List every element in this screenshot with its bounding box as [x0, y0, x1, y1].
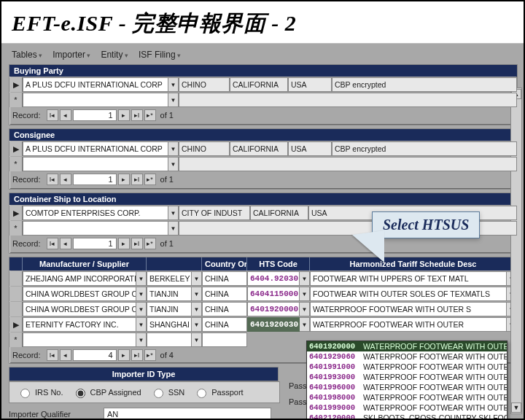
new-row-icon[interactable]: * [9, 332, 23, 347]
dropdown-icon[interactable]: ▼ [168, 157, 179, 171]
hts-code[interactable]: 6401920030 [247, 317, 300, 332]
nav-new-icon[interactable]: ▸* [144, 174, 156, 185]
menu-importer[interactable]: Importer [52, 50, 90, 60]
hts-desc[interactable]: WATERPROOF FOOTWEAR WITH OUTER S [310, 302, 507, 316]
dropdown-icon[interactable]: ▼ [168, 206, 179, 220]
new-row-icon[interactable]: * [9, 221, 23, 236]
country-origin[interactable]: CHINA [202, 302, 247, 316]
dropdown-icon[interactable]: ▼ [300, 302, 310, 316]
dropdown-icon[interactable]: ▼ [300, 271, 310, 286]
hts-option[interactable]: 6402120000SKI-BOOTS, CROSS-COUNTRY SKI F… [307, 413, 507, 419]
hts-row: ZHEJIANG AMP INCORPORATI▼BERKELEY▼CHINA6… [9, 271, 517, 286]
nav-new-icon[interactable]: ▸* [144, 349, 156, 361]
nav-new-icon[interactable]: ▸* [144, 109, 156, 121]
scroll-down-icon[interactable]: ▼ [511, 402, 521, 413]
consignee-name[interactable]: A PLUS DCFU INTERNATIONAL CORP [23, 141, 168, 156]
nav-last-icon[interactable]: ▸I [131, 109, 143, 121]
city[interactable]: SHANGHAI [147, 317, 192, 332]
manufacturer[interactable]: CHINA WORLDBEST GROUP C [23, 287, 136, 301]
hts-option[interactable]: 6401999000WATERPROOF FOOTWEAR WITH OUTER… [307, 402, 507, 413]
hts-code[interactable]: 6404.92030 [247, 271, 300, 286]
radio-passport[interactable]: Passport [193, 386, 243, 398]
buying-name[interactable]: A PLUS DCFU INTERNATIONAL CORP [23, 77, 168, 92]
new-row-icon[interactable]: * [9, 93, 23, 107]
nav-prev-icon[interactable]: ◂ [60, 174, 71, 185]
nav-prev-icon[interactable]: ◂ [60, 349, 71, 361]
country-origin[interactable]: CHINA [202, 271, 247, 286]
nav-last-icon[interactable]: ▸I [131, 174, 143, 185]
record-current[interactable]: 1 [73, 174, 117, 185]
hts-option[interactable]: 6401991000WATERPROOF FOOTWEAR WITH OUTER… [307, 362, 507, 372]
manufacturer[interactable]: ETERNITY FACTORY INC. [23, 317, 136, 332]
hts-option[interactable]: 6401998000WATERPROOF FOOTWEAR WITH OUTER… [307, 392, 507, 402]
dropdown-icon[interactable]: ▼ [136, 317, 147, 332]
new-row-icon[interactable]: * [9, 157, 23, 171]
record-current[interactable]: 1 [73, 238, 117, 249]
nav-next-icon[interactable]: ▸ [118, 238, 130, 249]
dropdown-icon[interactable]: ▼ [192, 271, 202, 286]
hts-option[interactable]: 6401929060WATERPROOF FOOTWEAR WITH OUTER… [307, 351, 507, 362]
city[interactable]: TIANJIN [147, 287, 192, 301]
country-origin[interactable]: CHINA [202, 317, 247, 332]
record-current[interactable]: 4 [73, 349, 117, 361]
nav-first-icon[interactable]: I◂ [47, 109, 58, 121]
nav-first-icon[interactable]: I◂ [47, 349, 58, 361]
menu-isf[interactable]: ISF Filing [139, 50, 181, 60]
menu-tables[interactable]: Tables [12, 50, 42, 60]
buying-city: CHINO [179, 77, 230, 92]
manufacturer[interactable]: CHINA WORLDBEST GROUP C [23, 302, 136, 316]
hts-option-code: 6401929060 [309, 352, 363, 361]
dropdown-icon[interactable]: ▼ [168, 77, 179, 92]
hts-code[interactable]: 6404115000 [247, 287, 300, 301]
hts-option[interactable]: 6401920000WATERPROOF FOOTWEAR WITH OUTER… [307, 341, 507, 351]
vertical-scrollbar[interactable]: ▲ ▼ [510, 88, 522, 414]
menu-entity[interactable]: Entity [101, 50, 128, 60]
nav-first-icon[interactable]: I◂ [47, 174, 58, 185]
hts-option-code: 6401993000 [309, 373, 363, 381]
hts-code[interactable]: 6401920000 [247, 302, 300, 316]
dropdown-icon[interactable]: ▼ [136, 271, 147, 286]
record-current[interactable]: 1 [73, 109, 117, 121]
hts-dropdown-list[interactable]: 6401920000WATERPROOF FOOTWEAR WITH OUTER… [306, 341, 508, 419]
hts-desc[interactable]: WATERPROOF FOOTWEAR WITH OUTER [310, 317, 507, 332]
manufacturer[interactable]: ZHEJIANG AMP INCORPORATI [23, 271, 136, 286]
new-entry[interactable] [23, 93, 168, 107]
dropdown-icon[interactable]: ▼ [168, 93, 179, 107]
nav-prev-icon[interactable]: ◂ [60, 238, 71, 249]
dropdown-icon[interactable]: ▼ [300, 287, 310, 301]
dropdown-icon[interactable]: ▼ [136, 302, 147, 316]
nav-last-icon[interactable]: ▸I [131, 349, 143, 361]
row-marker-icon [9, 302, 23, 316]
dropdown-icon[interactable]: ▼ [136, 287, 147, 301]
shipto-name[interactable]: COMTOP ENTERPRISES CORP. [23, 206, 168, 220]
dropdown-icon[interactable]: ▼ [168, 221, 179, 236]
qualifier-label: Importer Qualifier [9, 410, 104, 419]
new-entry[interactable] [23, 157, 168, 171]
nav-next-icon[interactable]: ▸ [118, 109, 130, 121]
country-origin[interactable]: CHINA [202, 287, 247, 301]
new-entry[interactable] [23, 221, 168, 236]
nav-first-icon[interactable]: I◂ [47, 238, 58, 249]
nav-next-icon[interactable]: ▸ [118, 174, 130, 185]
dropdown-icon[interactable]: ▼ [168, 141, 179, 156]
radio-irs[interactable]: IRS No. [17, 386, 63, 398]
radio-cbp[interactable]: CBP Assigned [72, 386, 141, 398]
dropdown-icon[interactable]: ▼ [192, 287, 202, 301]
nav-last-icon[interactable]: ▸I [131, 238, 143, 249]
dropdown-icon[interactable]: ▼ [192, 317, 202, 332]
dropdown-icon[interactable]: ▼ [192, 302, 202, 316]
buying-state: CALIFORNIA [230, 77, 288, 92]
city[interactable]: BERKELEY [147, 271, 192, 286]
nav-prev-icon[interactable]: ◂ [60, 109, 71, 121]
nav-next-icon[interactable]: ▸ [118, 349, 130, 361]
dropdown-icon[interactable]: ▼ [300, 317, 310, 332]
hts-option[interactable]: 6401996000WATERPROOF FOOTWEAR WITH OUTER… [307, 382, 507, 392]
hts-option[interactable]: 6401993000WATERPROOF FOOTWEAR WITH OUTER… [307, 372, 507, 382]
hts-desc[interactable]: FOOTWEAR WITH OUTER SOLES OF TEXMATLS [310, 287, 507, 301]
hts-desc[interactable]: FOOTWEAR WITH UPPERS OF TEXT MATL [310, 271, 507, 286]
radio-ssn[interactable]: SSN [150, 386, 185, 398]
nav-new-icon[interactable]: ▸* [144, 238, 156, 249]
row-marker-icon: ▶ [9, 77, 23, 92]
qualifier-input[interactable]: AN [104, 408, 271, 419]
city[interactable]: TIANJIN [147, 302, 192, 316]
